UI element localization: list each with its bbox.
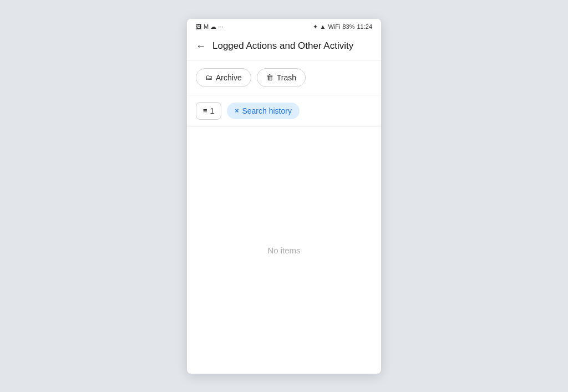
- filter-bar: 🗂 Archive 🗑 Trash: [187, 60, 381, 95]
- phone-frame: 🖼 M ☁ ··· ✦ ▲ WiFi 83% 11:24 ← Logged Ac…: [187, 19, 381, 374]
- bluetooth-icon: ✦: [313, 23, 318, 30]
- status-left: 🖼 M ☁ ···: [196, 23, 224, 30]
- archive-icon: 🗂: [205, 73, 212, 82]
- page-title: Logged Actions and Other Activity: [212, 40, 353, 52]
- trash-label: Trash: [277, 73, 296, 82]
- wifi-icon: WiFi: [328, 23, 340, 30]
- signal-icon: ▲: [320, 23, 326, 30]
- empty-state-label: No items: [267, 246, 300, 255]
- archive-label: Archive: [216, 73, 242, 82]
- status-right: ✦ ▲ WiFi 83% 11:24: [313, 23, 372, 30]
- search-history-tag[interactable]: × Search history: [227, 103, 300, 119]
- back-button[interactable]: ←: [196, 40, 206, 52]
- filter-count-label: 1: [210, 106, 215, 115]
- filter-count-button[interactable]: ≡ 1: [196, 102, 221, 120]
- time-display: 11:24: [357, 23, 372, 30]
- archive-button[interactable]: 🗂 Archive: [196, 68, 251, 87]
- filter-adjust-icon: ≡: [203, 106, 207, 115]
- status-icons: 🖼 M ☁ ···: [196, 23, 224, 30]
- trash-icon: 🗑: [266, 73, 273, 82]
- status-bar: 🖼 M ☁ ··· ✦ ▲ WiFi 83% 11:24: [187, 19, 381, 34]
- header: ← Logged Actions and Other Activity: [187, 34, 381, 60]
- content-area: No items: [187, 127, 381, 374]
- trash-button[interactable]: 🗑 Trash: [257, 68, 306, 87]
- search-history-label: Search history: [242, 106, 291, 115]
- active-filters: ≡ 1 × Search history: [187, 95, 381, 127]
- clear-search-history-icon: ×: [235, 107, 239, 115]
- battery-level: 83%: [342, 23, 354, 30]
